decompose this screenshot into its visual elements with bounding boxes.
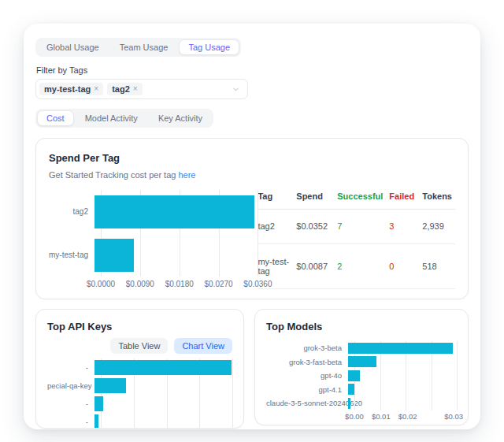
bar bbox=[348, 343, 453, 354]
tag-chip-label: tag2 bbox=[112, 84, 130, 94]
category-label: - bbox=[47, 418, 94, 426]
category-label: - bbox=[47, 399, 94, 408]
tab-tag-usage[interactable]: Tag Usage bbox=[179, 39, 239, 55]
column-header-successful: Successful bbox=[337, 190, 389, 210]
category-label: grok-3-fast-beta bbox=[266, 358, 348, 366]
category-label: gpt-4o bbox=[266, 371, 348, 380]
bar-row: my-test-tag bbox=[49, 233, 258, 277]
tag-chip-label: my-test-tag bbox=[44, 84, 91, 94]
bar-track bbox=[94, 360, 232, 375]
filter-by-tags-label: Filter by Tags bbox=[36, 65, 469, 75]
top-api-keys-title: Top API Keys bbox=[47, 319, 232, 335]
bar-row: grok-3-beta bbox=[266, 341, 457, 355]
column-header-failed: Failed bbox=[389, 190, 422, 210]
usage-type-tabs: Global UsageTeam UsageTag Usage bbox=[35, 38, 241, 57]
x-tick-label: $0.02 bbox=[398, 412, 417, 421]
bar-track bbox=[94, 396, 232, 411]
x-tick-label: $0.0090 bbox=[126, 280, 154, 288]
table-cell: 0 bbox=[389, 243, 422, 288]
bar-track bbox=[94, 239, 258, 272]
subtitle-text: Get Started Tracking cost per tag bbox=[49, 170, 178, 180]
spend-content: tag2my-test-tag$0.0000$0.0090$0.0180$0.0… bbox=[49, 190, 455, 289]
table-cell: $0.0087 bbox=[296, 243, 337, 288]
bar bbox=[94, 396, 103, 411]
bar bbox=[348, 398, 350, 409]
tag-chip: my-test-tag× bbox=[39, 83, 103, 95]
bar-track bbox=[94, 414, 232, 429]
view-toggle-buttons: Table ViewChart View bbox=[47, 338, 232, 354]
table-cell: tag2 bbox=[258, 210, 296, 244]
spend-per-tag-title: Spend Per Tag bbox=[49, 150, 455, 166]
category-label: claude-3-5-sonnet-20240620 bbox=[266, 399, 348, 407]
bar bbox=[94, 378, 126, 393]
table-row: tag2$0.0352732,939 bbox=[258, 210, 455, 244]
table-cell: 2 bbox=[337, 243, 389, 288]
tab-cost[interactable]: Cost bbox=[37, 110, 74, 126]
category-label: my-test-tag bbox=[49, 251, 94, 259]
x-tick-label: $0.00 bbox=[345, 412, 364, 421]
spend-per-tag-chart: tag2my-test-tag$0.0000$0.0090$0.0180$0.0… bbox=[49, 190, 258, 289]
bar bbox=[348, 370, 360, 381]
bar bbox=[94, 195, 254, 228]
bar-track bbox=[348, 384, 457, 395]
table-cell: 518 bbox=[422, 243, 455, 288]
category-label: - bbox=[47, 363, 94, 372]
tab-key-activity[interactable]: Key Activity bbox=[149, 110, 212, 126]
tag-spend-table: TagSpendSuccessfulFailedTokenstag2$0.035… bbox=[258, 190, 455, 289]
button-table-view[interactable]: Table View bbox=[110, 338, 168, 354]
table-cell: 7 bbox=[337, 210, 389, 244]
table-cell: $0.0352 bbox=[296, 210, 337, 244]
tab-global-usage[interactable]: Global Usage bbox=[37, 39, 109, 55]
x-axis: $0.0000$0.0090$0.0180$0.0270$0.0360 bbox=[101, 277, 258, 289]
usage-dashboard-panel: Global UsageTeam UsageTag Usage Filter b… bbox=[24, 24, 480, 429]
table-cell: 3 bbox=[389, 210, 422, 244]
x-axis: $0.00$0.01$0.02$0.03 bbox=[354, 410, 457, 422]
x-tick-label: $0.01 bbox=[372, 412, 391, 421]
button-chart-view[interactable]: Chart View bbox=[174, 338, 232, 354]
bar bbox=[348, 384, 354, 395]
bar-track bbox=[348, 370, 457, 381]
top-api-keys-chart: -pecial-qa-key--- bbox=[47, 358, 232, 429]
x-tick-label: $0.0180 bbox=[165, 280, 194, 288]
top-models-title: Top Models bbox=[266, 319, 457, 335]
category-label: tag2 bbox=[49, 207, 94, 216]
here-link[interactable]: here bbox=[178, 170, 195, 180]
bar-row: grok-3-fast-beta bbox=[266, 355, 457, 370]
chevron-down-icon bbox=[232, 85, 240, 94]
bar bbox=[348, 356, 376, 367]
selected-tag-chips: my-test-tag×tag2× bbox=[39, 83, 143, 95]
bar bbox=[94, 414, 98, 429]
x-tick-label: $0.0000 bbox=[87, 280, 115, 288]
bar-row: - bbox=[47, 413, 232, 429]
column-header-tag: Tag bbox=[258, 190, 296, 210]
bar-row: tag2 bbox=[49, 190, 258, 233]
bar-row: - bbox=[47, 358, 232, 377]
table-cell: 2,939 bbox=[422, 210, 455, 244]
x-tick-label: $0.0360 bbox=[243, 280, 272, 288]
bottom-cards-row: Top API Keys Table ViewChart View -pecia… bbox=[35, 309, 469, 429]
category-label: grok-3-beta bbox=[266, 344, 348, 352]
remove-tag-icon[interactable]: × bbox=[94, 85, 98, 93]
bar-row: gpt-4.1 bbox=[266, 383, 457, 397]
gridline bbox=[457, 341, 458, 410]
tab-model-activity[interactable]: Model Activity bbox=[76, 110, 147, 126]
tab-team-usage[interactable]: Team Usage bbox=[110, 39, 178, 55]
table-header-row: TagSpendSuccessfulFailedTokens bbox=[258, 190, 455, 210]
top-models-card: Top Models grok-3-betagrok-3-fast-betagp… bbox=[254, 309, 469, 425]
remove-tag-icon[interactable]: × bbox=[133, 85, 138, 93]
bar-track bbox=[348, 356, 457, 367]
bar-row: claude-3-5-sonnet-20240620 bbox=[266, 396, 457, 410]
tag-chip: tag2× bbox=[107, 83, 142, 95]
top-api-keys-card: Top API Keys Table ViewChart View -pecia… bbox=[35, 309, 244, 429]
bar-track bbox=[94, 378, 232, 393]
column-header-tokens: Tokens bbox=[422, 190, 455, 210]
bar-row: gpt-4o bbox=[266, 369, 457, 383]
bar-row: - bbox=[47, 395, 232, 413]
category-label: pecial-qa-key bbox=[47, 381, 94, 390]
bar-track bbox=[348, 343, 457, 354]
bar bbox=[94, 239, 134, 272]
tag-filter-select[interactable]: my-test-tag×tag2× bbox=[35, 79, 248, 99]
gridline bbox=[258, 190, 258, 277]
bar bbox=[94, 360, 232, 375]
spend-per-tag-subtitle: Get Started Tracking cost per tag here bbox=[49, 170, 455, 180]
